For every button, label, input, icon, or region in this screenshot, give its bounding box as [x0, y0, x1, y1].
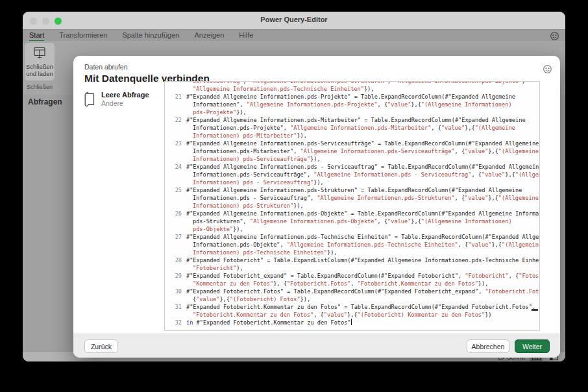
code-line[interactable]: pds-Objekte"}), [169, 225, 539, 233]
line-number [169, 225, 182, 233]
code-line[interactable]: 32in #"Expanded Fotobericht.Kommentar zu… [169, 319, 539, 326]
line-number [169, 280, 182, 288]
code-line[interactable]: 25#"Expanded Allgemeine Informationen.pd… [169, 186, 539, 194]
tab-transformieren[interactable]: Transformieren [59, 30, 107, 42]
dialog-feedback-smiley-icon[interactable] [543, 64, 552, 77]
ribbon-group-label: Schließen [25, 84, 55, 90]
back-button[interactable]: Zurück [84, 339, 118, 353]
code-line[interactable]: 27#"Expanded Allgemeine Informationen.pd… [169, 233, 539, 241]
line-number: 25 [169, 186, 182, 194]
code-line[interactable]: 29#"Expanded Fotobericht_expand" = Table… [169, 272, 539, 280]
blank-query-icon [83, 91, 96, 110]
line-number [169, 155, 182, 163]
line-number: 21 [169, 93, 182, 101]
code-line[interactable]: Informationen) pds - Serviceauftrag"}), [169, 178, 539, 186]
tab-start[interactable]: Start [29, 30, 44, 42]
close-and-load-button[interactable]: Schließen und laden [25, 43, 55, 80]
line-number [169, 311, 182, 319]
line-number [169, 295, 182, 303]
code-line[interactable]: "Kommentar zu den Fotos"}, {"Fotobericht… [169, 280, 539, 288]
line-number [169, 202, 182, 210]
line-number [169, 194, 182, 202]
code-line[interactable]: Informationen.pds-Objekte", "Allgemeine … [169, 241, 539, 249]
line-number [169, 217, 182, 225]
get-data-dialog: Daten abrufen Mit Datenquelle verbinden … [73, 56, 560, 358]
code-line[interactable]: 30#"Expanded Fotobericht.Fotos" = Table.… [169, 288, 539, 295]
line-number [169, 101, 182, 108]
close-and-load-icon [32, 46, 47, 62]
code-lines: Serviceauftrag", "Allgemeine Information… [165, 81, 539, 326]
line-number [169, 178, 182, 186]
text-caret [351, 319, 352, 325]
code-line[interactable]: {"value"},{"(Fotobericht) Fotos"}), [169, 295, 539, 303]
dialog-eyebrow: Daten abrufen [84, 63, 128, 71]
line-number: 29 [169, 272, 182, 280]
code-line[interactable]: "Allgemeine Informationen.pds-Technische… [169, 85, 539, 93]
code-line[interactable]: pds-Strukturen", "Allgemeine Information… [169, 217, 539, 225]
next-button[interactable]: Weiter [515, 339, 550, 353]
code-line[interactable]: 31#"Expanded Fotobericht.Kommentar zu de… [169, 303, 539, 311]
code-line[interactable]: Informationen.pds-Projekte", "Allgemeine… [169, 124, 539, 132]
code-line[interactable]: Informationen) pds-Mitarbeiter"}), [169, 132, 539, 140]
code-line[interactable]: Informationen) pds-Serviceaufträge"}), [169, 155, 539, 163]
code-line[interactable]: Informationen.pds - Serviceauftrag", "Al… [169, 194, 539, 202]
window-title: Power Query-Editor [23, 16, 565, 23]
code-line[interactable]: pds-Projekte"}), [169, 108, 539, 116]
scrollbar-thumb[interactable] [532, 309, 538, 311]
code-line[interactable]: "Fotobericht.Kommentar zu den Fotos", {"… [169, 311, 539, 319]
code-line[interactable]: 22#"Expanded Allgemeine Informationen.pd… [169, 116, 539, 124]
tab-hilfe[interactable]: Hilfe [239, 30, 253, 42]
line-number: 27 [169, 233, 182, 241]
queries-panel-title: Abfragen [28, 97, 62, 106]
advanced-editor-code-area[interactable]: Serviceauftrag", "Allgemeine Information… [164, 81, 540, 331]
source-name: Leere Abfrage [101, 91, 149, 99]
dialog-footer: Zurück Abbrechen Weiter [73, 334, 560, 358]
cancel-button[interactable]: Abbrechen [467, 339, 509, 353]
line-number: 31 [169, 303, 182, 311]
code-line[interactable]: 26#"Expanded Allgemeine Informationen.pd… [169, 210, 539, 217]
close-and-load-label: Schließen und laden [25, 64, 55, 77]
code-line[interactable]: Informationen", "Allgemeine Informatione… [169, 101, 539, 108]
window-titlebar[interactable]: Power Query-Editor [23, 12, 565, 29]
line-number [169, 249, 182, 256]
ribbon-tab-bar: Start Transformieren Spalte hinzufügen A… [23, 29, 565, 41]
source-type: Andere [101, 99, 149, 108]
code-line[interactable]: Informationen) pds-Technische Einheiten"… [169, 249, 539, 256]
line-number [169, 85, 182, 93]
code-line[interactable]: 24#"Expanded Allgemeine Informationen.pd… [169, 163, 539, 171]
line-number [169, 171, 182, 178]
line-number: 26 [169, 210, 182, 217]
code-line[interactable]: Informationen.pds-Mitarbeiter", "Allgeme… [169, 147, 539, 155]
code-line[interactable]: 23#"Expanded Allgemeine Informationen.pd… [169, 140, 539, 147]
line-number: 23 [169, 140, 182, 147]
line-number: 30 [169, 288, 182, 295]
line-number [169, 124, 182, 132]
power-query-window: Power Query-Editor Start Transformieren … [23, 12, 565, 361]
code-line[interactable]: 28#"Expanded Fotobericht" = Table.Expand… [169, 256, 539, 264]
line-number [169, 108, 182, 116]
code-line[interactable]: Informationen) pds-Strukturen"}), [169, 202, 539, 210]
line-number: 22 [169, 116, 182, 124]
line-number [169, 241, 182, 249]
code-line[interactable]: "Fotobericht"), [169, 264, 539, 272]
code-line[interactable]: 21#"Expanded Allgemeine Informationen.pd… [169, 93, 539, 101]
line-number: 32 [169, 319, 182, 326]
code-line[interactable]: Informationen.pds-Serviceaufträge", "All… [169, 171, 539, 178]
tab-spalte-hinzufuegen[interactable]: Spalte hinzufügen [122, 30, 179, 42]
line-number [169, 264, 182, 272]
line-number: 24 [169, 163, 182, 171]
line-number: 28 [169, 256, 182, 264]
tab-anzeigen[interactable]: Anzeigen [194, 30, 224, 42]
line-number [169, 132, 182, 140]
screen: Power Query-Editor Start Transformieren … [0, 0, 588, 392]
source-list-item-blank-query[interactable]: Leere Abfrage Andere [83, 91, 149, 110]
line-number [169, 147, 182, 155]
